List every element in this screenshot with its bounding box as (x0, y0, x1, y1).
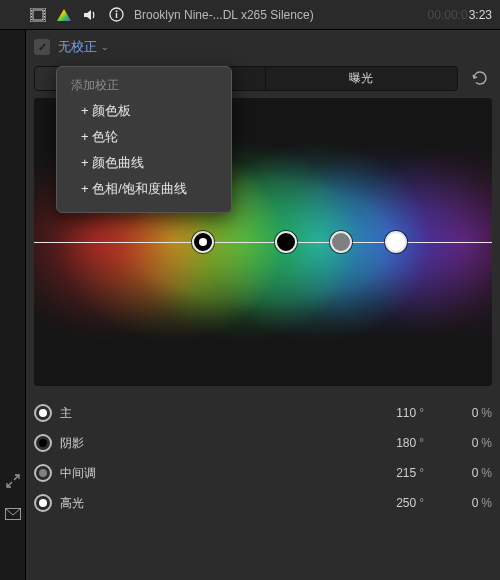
param-label: 主 (60, 405, 346, 422)
volume-icon[interactable] (82, 7, 98, 23)
menu-item-0[interactable]: + 颜色板 (67, 98, 221, 124)
add-correction-menu: 添加校正 + 颜色板+ 色轮+ 颜色曲线+ 色相/饱和度曲线 (56, 66, 232, 213)
timecode: 00:00:03:23 (428, 8, 492, 22)
timecode-bright: 3:23 (469, 8, 492, 22)
clip-title: Brooklyn Nine-...DL x265 Silence) (134, 8, 418, 22)
mail-icon[interactable] (5, 508, 21, 520)
filmstrip-icon[interactable] (30, 7, 46, 23)
color-scopes-icon[interactable] (56, 7, 72, 23)
swatch-master-icon (34, 404, 52, 422)
menu-title: 添加校正 (67, 75, 221, 98)
angle-field[interactable]: 110° (354, 406, 424, 420)
swatch-shadows-icon (34, 434, 52, 452)
percent-field[interactable]: 0% (432, 406, 492, 420)
percent-field[interactable]: 0% (432, 496, 492, 510)
angle-field[interactable]: 250° (354, 496, 424, 510)
percent-field[interactable]: 0% (432, 466, 492, 480)
expand-icon[interactable] (6, 474, 20, 488)
swatch-highlights-icon (34, 494, 52, 512)
puck-midtones[interactable] (330, 231, 352, 253)
chevron-down-icon: ⌄ (101, 42, 109, 52)
puck-master[interactable] (192, 231, 214, 253)
correction-dropdown[interactable]: 无校正 ⌄ (58, 38, 109, 56)
color-board-axis (34, 242, 492, 243)
param-label: 中间调 (60, 465, 346, 482)
param-label: 阴影 (60, 435, 346, 452)
puck-shadows[interactable] (275, 231, 297, 253)
correction-header: 无校正 ⌄ (34, 30, 492, 64)
param-row-highlights: 高光250°0% (34, 488, 492, 518)
timecode-dim: 00:00:0 (428, 8, 468, 22)
percent-field[interactable]: 0% (432, 436, 492, 450)
param-row-shadows: 阴影180°0% (34, 428, 492, 458)
angle-field[interactable]: 180° (354, 436, 424, 450)
enable-checkbox[interactable] (34, 39, 50, 55)
left-rail (0, 30, 26, 580)
param-row-midtones: 中间调215°0% (34, 458, 492, 488)
swatch-midtones-icon (34, 464, 52, 482)
svg-marker-4 (57, 9, 71, 21)
svg-point-6 (115, 10, 117, 12)
angle-field[interactable]: 215° (354, 466, 424, 480)
info-icon[interactable] (108, 7, 124, 23)
reset-button[interactable] (466, 67, 492, 89)
menu-item-1[interactable]: + 色轮 (67, 124, 221, 150)
parameter-list: 主110°0%阴影180°0%中间调215°0%高光250°0% (34, 392, 492, 518)
svg-rect-1 (33, 10, 43, 20)
svg-rect-7 (115, 13, 116, 18)
correction-label: 无校正 (58, 38, 97, 56)
param-row-master: 主110°0% (34, 398, 492, 428)
menu-item-3[interactable]: + 色相/饱和度曲线 (67, 176, 221, 202)
menu-item-2[interactable]: + 颜色曲线 (67, 150, 221, 176)
puck-highlights[interactable] (385, 231, 407, 253)
param-label: 高光 (60, 495, 346, 512)
top-bar: Brooklyn Nine-...DL x265 Silence) 00:00:… (0, 0, 500, 30)
mode-tab-exposure[interactable]: 曝光 (266, 67, 458, 90)
